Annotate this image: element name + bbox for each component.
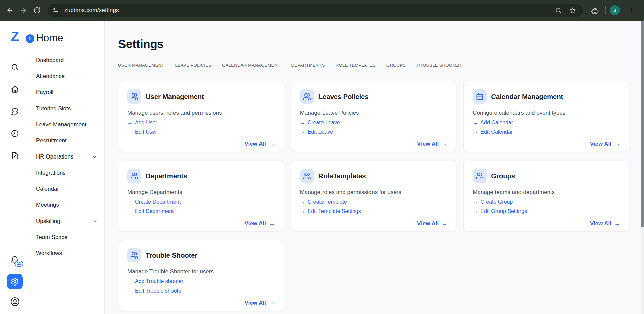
users-icon	[303, 172, 311, 180]
card-action-edit-calendar[interactable]: →Edit Calendar	[473, 129, 513, 135]
arrow-right-icon: →	[127, 288, 133, 294]
chat-icon	[11, 107, 19, 116]
reload-icon	[33, 7, 41, 14]
account-button[interactable]	[10, 297, 20, 307]
site-info-button[interactable]	[50, 5, 61, 16]
card-action-create-template[interactable]: →Create Template	[300, 199, 347, 205]
sidebar-item-label: Tutoring Slots	[36, 105, 71, 112]
card-action-edit-template-settings[interactable]: →Edit Template Settings	[300, 208, 361, 215]
card-action-create-group[interactable]: →Create Group	[473, 199, 513, 205]
sidebar-menu-list: Dashboard Attendance Payroll Tutoring Sl…	[36, 52, 100, 261]
sidebar-item-team-space[interactable]: Team Space	[36, 229, 100, 245]
card-title: Groups	[491, 172, 515, 180]
search-icon	[11, 63, 19, 71]
card-action-add-calendar[interactable]: →Add Calendar	[473, 119, 513, 126]
rail-time-button[interactable]	[11, 129, 19, 138]
rail-home-button[interactable]	[11, 85, 19, 93]
sidebar-item-hr-operations[interactable]: HR Operations	[36, 149, 100, 165]
card-description: Manage Trouble Shooter for users	[127, 268, 275, 275]
toolbar-divider	[605, 6, 606, 14]
sidebar-item-label: Dashboard	[36, 57, 64, 64]
reload-button[interactable]	[30, 4, 44, 17]
page-scrollbar[interactable]	[641, 21, 644, 314]
view-all-link[interactable]: View All →	[590, 141, 620, 147]
gear-icon	[11, 277, 19, 286]
rail-chat-button[interactable]	[11, 107, 19, 116]
tab-departments[interactable]: DEPARTMENTS	[291, 62, 325, 69]
tab-leave-policies[interactable]: LEAVE POLICIES	[175, 62, 211, 69]
sidebar-item-upskilling[interactable]: Upskilling	[36, 213, 100, 229]
tab-trouble-shooter[interactable]: TROUBLE SHOOTER	[416, 62, 461, 69]
sidebar-item-workflows[interactable]: Workflows	[36, 245, 100, 261]
view-all-link[interactable]: View All →	[244, 220, 275, 227]
extensions-button[interactable]	[588, 4, 601, 17]
card-action-add-user[interactable]: →Add User	[127, 119, 157, 126]
scrollbar-thumb[interactable]	[641, 21, 644, 227]
zoom-button[interactable]	[553, 5, 564, 16]
back-button[interactable]	[3, 4, 17, 17]
notifications-button[interactable]: 33	[10, 256, 20, 265]
settings-card-user-management: User Management Manage users, roles and …	[118, 81, 284, 152]
tab-calendar-management[interactable]: CALENDAR MANAGEMENT	[222, 62, 280, 69]
view-all-link[interactable]: View All →	[590, 220, 620, 227]
forward-button[interactable]	[17, 4, 30, 17]
sidebar-item-tutoring-slots[interactable]: Tutoring Slots	[36, 101, 100, 117]
tab-user-management[interactable]: USER MANAGEMENT	[118, 62, 164, 69]
sidebar-item-label: Leave Management	[36, 121, 86, 128]
card-action-create-leave[interactable]: →Create Leave	[300, 119, 340, 126]
view-all-link[interactable]: View All →	[417, 220, 447, 227]
card-links: →Add User→Edit User	[127, 119, 275, 135]
settings-card-roletemplates: RoleTemplates Manage roles and permissio…	[291, 161, 457, 232]
card-links: →Create Department→Edit Department	[127, 199, 275, 215]
card-action-create-department[interactable]: →Create Department	[127, 199, 181, 205]
clock-icon	[11, 129, 19, 138]
notification-count-badge: 33	[15, 261, 23, 267]
card-description: Manage roles and permissions for users	[300, 189, 448, 196]
app-logo[interactable]: Z	[11, 29, 19, 43]
sidebar-item-meetings[interactable]: Meetings	[36, 197, 100, 213]
chevron-right-icon	[27, 36, 33, 41]
settings-button-active[interactable]	[7, 274, 23, 289]
card-action-edit-leave[interactable]: →Edit Leave	[300, 129, 333, 135]
view-all-link[interactable]: View All →	[417, 141, 447, 147]
arrow-right-icon: →	[614, 141, 620, 147]
card-action-add-trouble-shooter[interactable]: →Add Trouble shooter	[127, 278, 183, 285]
sidebar-expand-button[interactable]	[26, 34, 34, 43]
card-action-edit-department[interactable]: →Edit Department	[127, 208, 174, 215]
arrow-right-icon: →	[442, 220, 447, 227]
settings-card-calendar-management: Calendar Management Configure calendars …	[463, 81, 629, 152]
rail-search-button[interactable]	[11, 63, 19, 71]
arrow-right-icon: →	[127, 208, 133, 215]
sidebar-item-payroll[interactable]: Payroll	[36, 84, 100, 101]
sidebar-item-leave-management[interactable]: Leave Management	[36, 117, 100, 133]
sidebar-item-attendance[interactable]: Attendance	[36, 68, 100, 84]
tab-groups[interactable]: GROUPS	[386, 62, 406, 69]
arrow-right-icon: →	[473, 208, 478, 215]
card-action-edit-user[interactable]: →Edit User	[127, 129, 157, 135]
puzzle-icon	[591, 7, 599, 14]
view-all-link[interactable]: View All →	[244, 141, 275, 147]
profile-avatar[interactable]: J	[610, 5, 620, 15]
sidebar-item-integrations[interactable]: Integrations	[36, 165, 100, 181]
address-bar[interactable]: zupians.com/settings	[48, 4, 583, 17]
tab-role-templates[interactable]: ROLE TEMPLATES	[336, 62, 376, 69]
arrow-right-icon: →	[127, 199, 133, 205]
arrow-right-icon: →	[127, 129, 133, 135]
card-action-edit-trouble-shooter[interactable]: →Edit Trouble shooter	[127, 288, 183, 294]
bookmark-button[interactable]	[567, 5, 578, 16]
chevron-down-icon	[92, 154, 98, 160]
view-all-link[interactable]: View All →	[244, 300, 275, 306]
sidebar-item-dashboard[interactable]: Dashboard	[36, 52, 100, 68]
card-description: Manage teams and departments	[473, 189, 620, 196]
document-check-icon	[11, 151, 19, 160]
card-icon-tile	[473, 89, 487, 104]
browser-window: zupians.com/settings J Z	[0, 0, 644, 314]
arrow-right-icon: →	[127, 278, 133, 285]
browser-menu-button[interactable]	[625, 4, 638, 17]
card-icon-tile	[127, 248, 141, 262]
user-circle-icon	[10, 297, 20, 307]
rail-tasks-button[interactable]	[11, 151, 19, 160]
sidebar-item-recruitment[interactable]: Recruitment	[36, 133, 100, 149]
card-action-edit-group-settings[interactable]: →Edit Group Settings	[473, 208, 527, 215]
sidebar-item-calendar[interactable]: Calendar	[36, 181, 100, 197]
